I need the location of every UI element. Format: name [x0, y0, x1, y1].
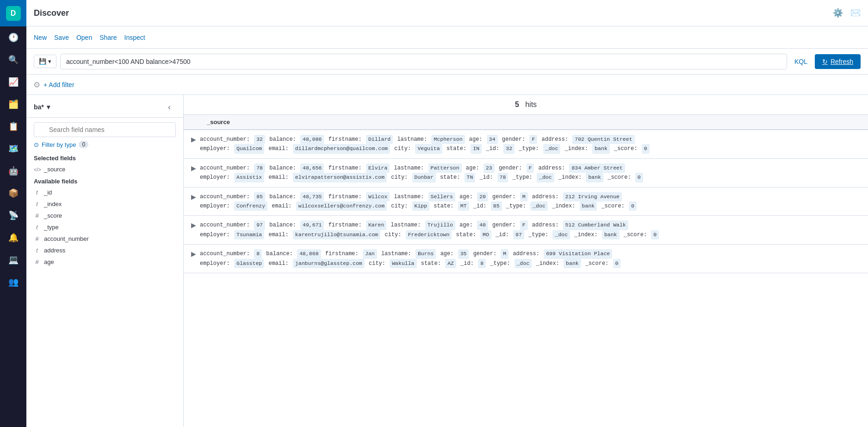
refresh-label: Refresh [831, 58, 853, 65]
open-button[interactable]: Open [76, 32, 92, 43]
field-item-index[interactable]: t _index [26, 198, 183, 210]
field-name-source: _source [44, 166, 65, 173]
table-row: ▶ account_number: 32 balance: 48,086 fir… [184, 130, 868, 159]
nav-icon-maps[interactable]: 🗺️ [0, 138, 26, 160]
filter-bar: ⊙ + Add filter [26, 75, 868, 95]
page-title: Discover [34, 8, 829, 18]
field-item-address[interactable]: t address [26, 245, 183, 256]
sidebar-scroll: 🔍 ⊙ Filter by type 0 Selected fields </>… [26, 118, 183, 427]
results-panel: 5 hits _source ▶ account_number: 32 bala… [184, 95, 868, 427]
search-field-input[interactable] [34, 122, 176, 137]
nav-icon-logs[interactable]: 📦 [0, 182, 26, 204]
row-5-line1: account_number: 8 balance: 48,868 firstn… [200, 251, 613, 257]
nav-icon-dev[interactable]: 💻 [0, 249, 26, 271]
table-row: ▶ account_number: 78 balance: 48,656 fir… [184, 159, 868, 188]
expand-row-5-button[interactable]: ▶ [191, 250, 196, 257]
expand-row-1-button[interactable]: ▶ [191, 136, 196, 143]
refresh-icon: ↻ [822, 58, 828, 65]
row-text-4: account_number: 97 balance: 49,671 first… [200, 220, 857, 239]
field-item-source[interactable]: </> _source [26, 163, 183, 175]
field-item-score[interactable]: # _score [26, 210, 183, 221]
field-type-icon-age: # [34, 258, 40, 265]
save-dropdown-icon: ▾ [48, 58, 51, 65]
available-fields-label: Available fields [26, 175, 183, 187]
field-type-icon-index: t [34, 201, 40, 207]
mail-icon[interactable]: ✉️ [850, 8, 861, 18]
content-area: ba* ▾ ‹ 🔍 ⊙ Filter by type 0 [26, 95, 868, 427]
nav-icon-dashboard[interactable]: 🗂️ [0, 93, 26, 115]
field-item-account-number[interactable]: # account_number [26, 233, 183, 245]
nav-icon-ml[interactable]: 🤖 [0, 160, 26, 182]
row-content-5: ▶ account_number: 8 balance: 48,868 firs… [184, 245, 868, 273]
nav-icon-canvas[interactable]: 📋 [0, 115, 26, 138]
expand-row-3-button[interactable]: ▶ [191, 193, 196, 201]
row-5-line2: employer: Glasstep email: janburns@glass… [200, 260, 621, 267]
alerts-icon[interactable]: ⚙️ [833, 8, 843, 18]
row-1-line1: account_number: 32 balance: 48,086 first… [200, 136, 636, 143]
row-1-line2: employer: Quailcom email: dillardmcphers… [200, 145, 651, 152]
row-text-5: account_number: 8 balance: 48,868 firstn… [200, 249, 857, 268]
results-header: 5 hits [184, 95, 868, 115]
search-field-inner: 🔍 [34, 122, 176, 137]
filter-type-badge: 0 [79, 141, 88, 148]
field-type-icon-type: t [34, 224, 40, 231]
row-text-3: account_number: 85 balance: 48,735 first… [200, 192, 857, 211]
main-area: Discover ⚙️ ✉️ New Save Open Share Inspe… [26, 0, 868, 427]
refresh-button[interactable]: ↻ Refresh [815, 54, 861, 69]
row-4-line2: employer: Tsunamia email: karentrujillo@… [200, 232, 660, 238]
nav-icon-clock[interactable]: 🕐 [0, 26, 26, 49]
filter-pills-icon: ⊙ [34, 80, 40, 89]
row-text-2: account_number: 78 balance: 48,656 first… [200, 163, 857, 182]
hits-count: 5 [515, 100, 519, 108]
field-item-id[interactable]: t _id [26, 187, 183, 198]
new-button[interactable]: New [34, 32, 47, 43]
index-pattern-chevron: ▾ [47, 103, 50, 111]
row-text-1: account_number: 32 balance: 48,086 first… [200, 135, 857, 154]
row-4-line1: account_number: 97 balance: 49,671 first… [200, 222, 629, 228]
row-content-3: ▶ account_number: 85 balance: 48,735 fir… [184, 188, 868, 216]
toolbar: New Save Open Share Inspect [26, 26, 868, 49]
kql-button[interactable]: KQL [791, 58, 811, 65]
table-row: ▶ account_number: 85 balance: 48,735 fir… [184, 188, 868, 216]
field-type-icon-score: # [34, 212, 40, 219]
index-pattern-label: ba* [34, 103, 44, 111]
app-logo: D [0, 0, 26, 26]
query-save-button[interactable]: 💾 ▾ [34, 55, 56, 68]
table-row: ▶ account_number: 97 balance: 49,671 fir… [184, 216, 868, 245]
query-input[interactable] [60, 54, 787, 69]
index-pattern-button[interactable]: ba* ▾ [34, 103, 50, 111]
field-name-account: account_number [44, 235, 89, 242]
expand-row-4-button[interactable]: ▶ [191, 221, 196, 229]
add-filter-button[interactable]: + Add filter [43, 81, 74, 88]
save-icon: 💾 [39, 58, 46, 65]
filter-by-type-button[interactable]: ⊙ Filter by type 0 [34, 141, 88, 148]
field-item-type[interactable]: t _type [26, 221, 183, 233]
nav-icon-uptime[interactable]: 🔔 [0, 226, 26, 249]
nav-icon-discover[interactable]: 🔍 [0, 49, 26, 71]
row-content-2: ▶ account_number: 78 balance: 48,656 fir… [184, 159, 868, 187]
logo-letter: D [6, 6, 21, 21]
share-button[interactable]: Share [99, 32, 117, 43]
field-name-address: address [44, 247, 65, 254]
nav-icon-visualize[interactable]: 📈 [0, 71, 26, 93]
inspect-button[interactable]: Inspect [124, 32, 145, 43]
sidebar-panel: ba* ▾ ‹ 🔍 ⊙ Filter by type 0 [26, 95, 184, 427]
column-header-row: _source [184, 115, 868, 130]
nav-icon-stack[interactable]: 👥 [0, 271, 26, 293]
row-3-line1: account_number: 85 balance: 48,735 first… [200, 194, 623, 200]
field-source-icon: </> [34, 167, 40, 172]
search-field-wrap: 🔍 [26, 118, 183, 141]
save-button[interactable]: Save [54, 32, 69, 43]
field-name-type: _type [44, 224, 59, 231]
row-3-line2: employer: Confrenzy email: wilcoxsellers… [200, 203, 638, 209]
field-name-score: _score [44, 212, 62, 219]
hits-label: hits [525, 100, 537, 108]
sidebar-collapse-button[interactable]: ‹ [163, 100, 176, 113]
nav-rail: D 🕐 🔍 📈 🗂️ 📋 🗺️ 🤖 📦 📡 🔔 💻 👥 [0, 0, 26, 427]
field-item-age[interactable]: # age [26, 256, 183, 268]
row-2-line2: employer: Assistix email: elvirapatterso… [200, 174, 644, 181]
expand-row-2-button[interactable]: ▶ [191, 164, 196, 172]
selected-fields-label: Selected fields [26, 152, 183, 163]
field-type-icon-address: t [34, 247, 40, 254]
nav-icon-apm[interactable]: 📡 [0, 204, 26, 226]
